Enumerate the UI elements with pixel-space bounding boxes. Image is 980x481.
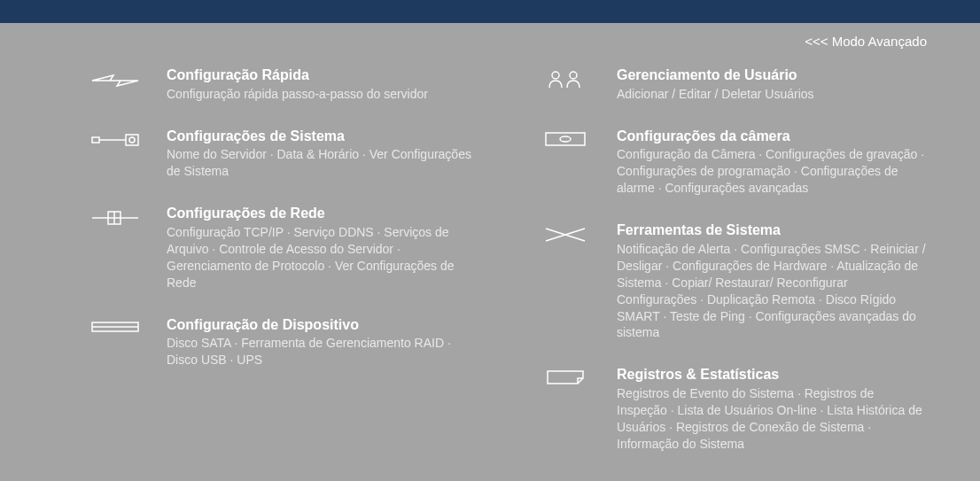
item-desc: Configuração da Câmera · Configurações d… — [617, 146, 927, 197]
item-desc: Nome do Servidor · Data & Horário · Ver … — [167, 146, 477, 180]
lightning-icon — [89, 66, 142, 91]
item-title: Configuração de Dispositivo — [167, 316, 477, 335]
right-column: Gerenciamento de Usuário Adicionar / Edi… — [539, 66, 927, 477]
item-title: Gerenciamento de Usuário — [617, 66, 927, 85]
item-title: Configuração Rápida — [167, 66, 477, 85]
item-desc: Adicionar / Editar / Deletar Usuários — [617, 86, 927, 103]
svg-point-3 — [129, 137, 135, 143]
svg-rect-0 — [92, 137, 99, 143]
document-icon — [539, 366, 592, 385]
item-network-settings[interactable]: Configurações de Rede Configuração TCP/I… — [89, 205, 477, 291]
svg-point-14 — [560, 136, 571, 142]
item-desc: Configuração rápida passo-a-passo do ser… — [167, 86, 477, 103]
top-bar — [0, 0, 980, 23]
camera-icon — [539, 128, 592, 147]
item-desc: Disco SATA · Ferramenta de Gerenciamento… — [167, 335, 477, 369]
item-user-management[interactable]: Gerenciamento de Usuário Adicionar / Edi… — [539, 66, 927, 103]
svg-point-12 — [570, 72, 577, 79]
item-title: Registros & Estatísticas — [617, 366, 927, 384]
item-logs-stats[interactable]: Registros & Estatísticas Registros de Ev… — [539, 366, 927, 452]
advanced-mode-link[interactable]: <<< Modo Avançado — [0, 23, 980, 49]
key-icon — [89, 128, 142, 149]
item-desc: Notificação de Alerta · Configurações SM… — [617, 241, 927, 341]
item-quick-setup[interactable]: Configuração Rápida Configuração rápida … — [89, 66, 477, 103]
item-title: Configurações da câmera — [617, 128, 927, 146]
left-column: Configuração Rápida Configuração rápida … — [89, 66, 477, 477]
item-title: Configurações de Sistema — [167, 128, 477, 146]
item-device-config[interactable]: Configuração de Dispositivo Disco SATA ·… — [89, 316, 477, 369]
item-system-tools[interactable]: Ferramentas de Sistema Notificação de Al… — [539, 221, 927, 341]
item-desc: Configuração TCP/IP · Serviço DDNS · Ser… — [167, 224, 477, 291]
svg-rect-13 — [546, 133, 585, 145]
content-grid: Configuração Rápida Configuração rápida … — [0, 49, 980, 477]
item-camera-settings[interactable]: Configurações da câmera Configuração da … — [539, 128, 927, 197]
item-desc: Registros de Evento do Sistema · Registr… — [617, 385, 927, 453]
network-icon — [89, 205, 142, 228]
tools-icon — [539, 221, 592, 244]
svg-point-11 — [552, 72, 559, 79]
item-system-settings[interactable]: Configurações de Sistema Nome do Servido… — [89, 128, 477, 181]
users-icon — [539, 66, 592, 89]
svg-rect-2 — [126, 135, 138, 145]
item-title: Ferramentas de Sistema — [617, 221, 927, 240]
disk-icon — [89, 316, 142, 334]
item-title: Configurações de Rede — [167, 205, 477, 223]
